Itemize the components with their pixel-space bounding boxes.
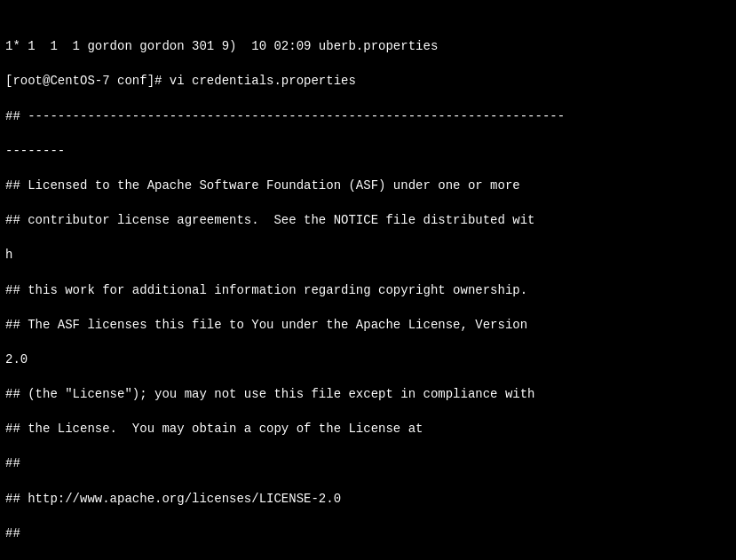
terminal-line: ## http://www.apache.org/licenses/LICENS… [5, 491, 731, 509]
terminal-line: ## Licensed to the Apache Software Found… [5, 177, 731, 195]
terminal-line: ## [5, 455, 731, 473]
terminal-line: -------- [5, 143, 731, 161]
terminal-line: ## -------------------------------------… [5, 108, 731, 126]
terminal-window[interactable]: 1* 1 1 1 gordon gordon 301 9) 10 02:09 u… [0, 0, 736, 560]
terminal-line: ## (the "License"); you may not use this… [5, 386, 731, 404]
terminal-content: 1* 1 1 1 gordon gordon 301 9) 10 02:09 u… [5, 38, 731, 560]
terminal-line: h [5, 247, 731, 264]
terminal-line: ## [5, 525, 731, 543]
terminal-line: ## the License. You may obtain a copy of… [5, 421, 731, 438]
terminal-line: 1* 1 1 1 gordon gordon 301 9) 10 02:09 u… [5, 38, 731, 56]
terminal-line: ## contributor license agreements. See t… [5, 212, 731, 230]
terminal-line: ## this work for additional information … [5, 282, 731, 300]
terminal-line: ## The ASF licenses this file to You und… [5, 317, 731, 335]
terminal-line: 2.0 [5, 351, 731, 369]
terminal-line: [root@CentOS-7 conf]# vi credentials.pro… [5, 73, 731, 91]
